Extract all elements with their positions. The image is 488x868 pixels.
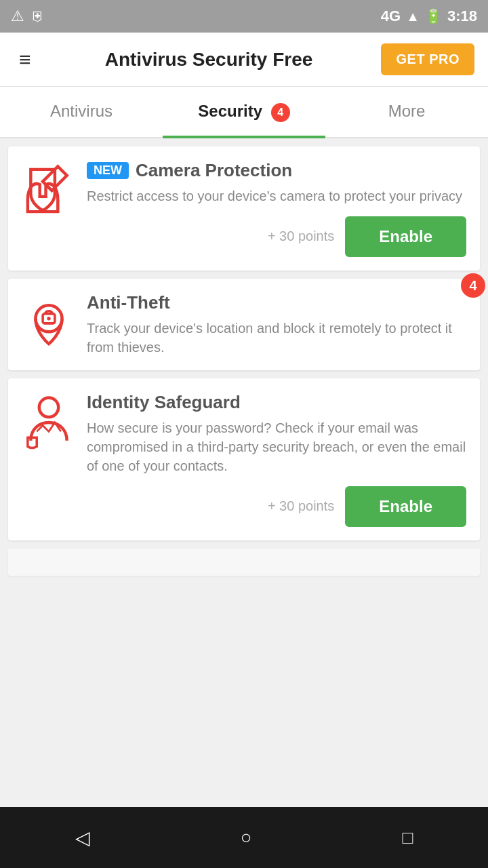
warning-icon: ⚠: [11, 7, 24, 25]
top-bar: ≡ Antivirus Security Free GET PRO: [0, 33, 488, 87]
menu-icon[interactable]: ≡: [14, 43, 37, 77]
identity-safeguard-footer: + 30 points Enable: [87, 486, 466, 527]
tab-bar: Antivirus Security 4 More: [0, 87, 488, 138]
camera-points: + 30 points: [268, 229, 334, 244]
bottom-navigation: ◁ ○ □: [0, 807, 488, 868]
camera-protection-footer: + 30 points Enable: [87, 216, 466, 257]
camera-title-row: NEW Camera Protection: [87, 160, 466, 181]
identity-points: + 30 points: [268, 498, 334, 514]
identity-safeguard-desc: How secure is your password? Check if yo…: [87, 418, 466, 475]
camera-protection-desc: Restrict access to your device's camera …: [87, 186, 466, 205]
shield-icon: ⛨: [31, 9, 45, 24]
svg-point-3: [39, 397, 58, 416]
signal-icon: ▲: [406, 9, 420, 24]
tab-active-indicator: [163, 136, 325, 138]
content-area: NEW Camera Protection Restrict access to…: [0, 138, 488, 807]
tab-antivirus[interactable]: Antivirus: [0, 87, 163, 137]
anti-theft-notification-badge: 4: [461, 273, 485, 298]
card-partial: [8, 549, 480, 576]
camera-protection-body: NEW Camera Protection Restrict access to…: [87, 160, 466, 257]
tab-more[interactable]: More: [325, 87, 488, 137]
camera-protection-title: Camera Protection: [136, 160, 292, 181]
identity-title-row: Identity Safeguard: [87, 392, 466, 413]
recents-button[interactable]: □: [382, 821, 433, 855]
identity-enable-button[interactable]: Enable: [345, 486, 466, 527]
anti-theft-desc: Track your device's location and block i…: [87, 319, 466, 357]
identity-safeguard-icon: [22, 392, 76, 453]
home-button[interactable]: ○: [220, 820, 272, 855]
new-badge: NEW: [87, 162, 129, 179]
clock: 3:18: [447, 7, 477, 25]
identity-safeguard-title: Identity Safeguard: [87, 392, 241, 413]
card-identity-safeguard: Identity Safeguard How secure is your pa…: [8, 378, 480, 540]
security-tab-badge: 4: [271, 103, 290, 122]
anti-theft-title: Anti-Theft: [87, 292, 170, 313]
anti-theft-icon: [22, 292, 76, 353]
network-indicator: 4G: [381, 7, 401, 25]
status-bar: ⚠ ⛨ 4G ▲ 🔋 3:18: [0, 0, 488, 33]
battery-icon: 🔋: [425, 8, 442, 24]
card-anti-theft: Anti-Theft Track your device's location …: [8, 279, 480, 370]
get-pro-button[interactable]: GET PRO: [381, 43, 474, 75]
back-button[interactable]: ◁: [55, 820, 110, 856]
identity-safeguard-body: Identity Safeguard How secure is your pa…: [87, 392, 466, 527]
card-camera-protection: NEW Camera Protection Restrict access to…: [8, 146, 480, 271]
svg-point-2: [47, 317, 50, 320]
camera-protection-icon: [22, 160, 76, 221]
anti-theft-body: Anti-Theft Track your device's location …: [87, 292, 466, 357]
anti-theft-title-row: Anti-Theft: [87, 292, 466, 313]
tab-security[interactable]: Security 4: [163, 87, 325, 137]
app-title: Antivirus Security Free: [50, 49, 368, 71]
camera-enable-button[interactable]: Enable: [345, 216, 466, 257]
